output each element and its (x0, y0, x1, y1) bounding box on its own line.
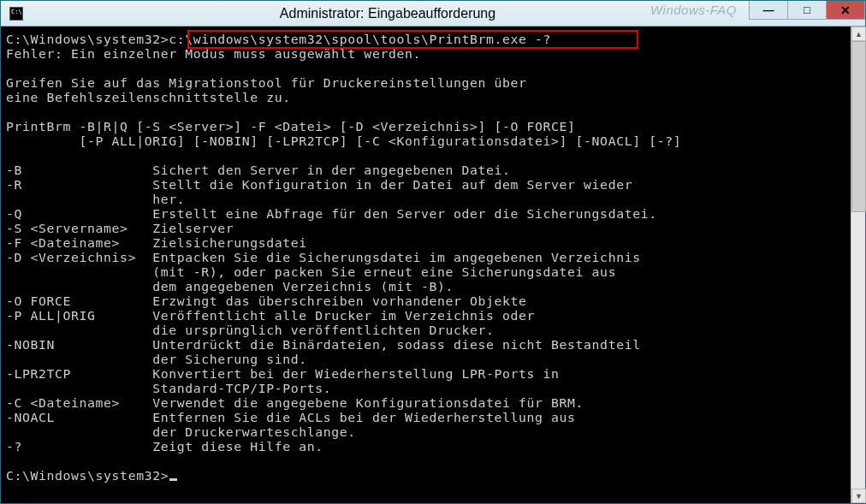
scrollbar[interactable]: ▲ ▼ (851, 27, 865, 503)
close-button[interactable]: ✕ (826, 1, 865, 20)
window-title: Administrator: Eingabeaufforderung (30, 6, 865, 21)
scroll-up-button[interactable]: ▲ (851, 27, 866, 41)
cmd-window: Administrator: Eingabeaufforderung Windo… (0, 0, 866, 504)
cmd-icon (9, 7, 23, 21)
window-controls: — □ ✕ (750, 1, 865, 20)
maximize-button[interactable]: □ (787, 1, 827, 20)
titlebar[interactable]: Administrator: Eingabeaufforderung Windo… (1, 1, 865, 27)
cursor (169, 478, 177, 481)
scroll-down-button[interactable]: ▼ (851, 489, 866, 503)
scroll-thumb[interactable] (851, 41, 866, 212)
watermark-text: Windows-FAQ (650, 3, 737, 17)
terminal-output[interactable]: C:\Windows\system32>c:\windows\system32\… (1, 27, 863, 501)
minimize-button[interactable]: — (749, 1, 788, 20)
